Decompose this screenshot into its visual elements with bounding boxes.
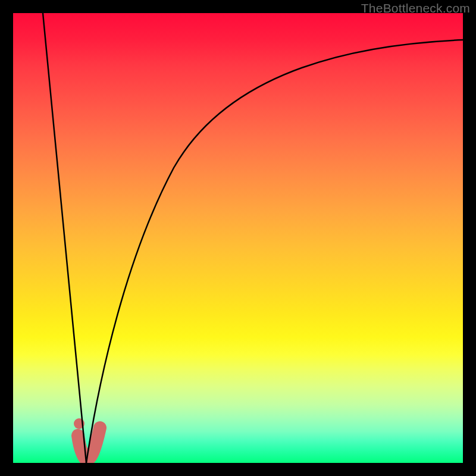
curve-right-ascent	[86, 40, 463, 463]
outer-frame: TheBottleneck.com	[0, 0, 476, 476]
plot-area	[13, 13, 463, 463]
curve-layer	[13, 13, 463, 463]
curve-left-descent	[43, 13, 86, 463]
watermark-text: TheBottleneck.com	[361, 1, 470, 15]
